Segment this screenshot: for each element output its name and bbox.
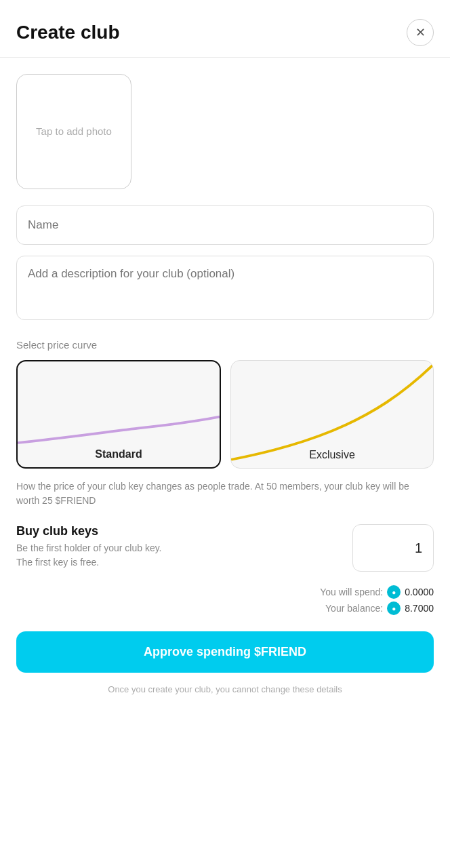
balance-coin-icon: ● <box>387 601 401 615</box>
spend-coin-icon: ● <box>387 585 401 599</box>
photo-upload-label: Tap to add photo <box>36 124 112 140</box>
approve-button[interactable]: Approve spending $FRIEND <box>16 631 434 673</box>
price-curve-info: How the price of your club key changes a… <box>16 479 434 508</box>
spend-info: You will spend: ● 0.0000 Your balance: ●… <box>16 585 434 615</box>
price-curve-options: Standard Exclusive <box>16 360 434 469</box>
page-title: Create club <box>16 22 120 43</box>
name-input[interactable] <box>16 205 434 245</box>
disclaimer-text: Once you create your club, you cannot ch… <box>16 684 434 717</box>
buy-keys-title: Buy club keys <box>16 524 162 538</box>
spend-amount: 0.0000 <box>405 587 434 597</box>
balance-row: Your balance: ● 8.7000 <box>325 601 434 615</box>
price-curve-standard[interactable]: Standard <box>16 360 221 469</box>
quantity-box[interactable]: 1 <box>352 524 434 572</box>
price-curve-exclusive[interactable]: Exclusive <box>230 360 434 469</box>
main-content: Tap to add photo Select price curve Stan… <box>0 58 450 717</box>
close-button[interactable]: ✕ <box>407 19 434 46</box>
spend-label: You will spend: <box>320 587 383 597</box>
header: Create club ✕ <box>0 0 450 58</box>
buy-keys-text: Buy club keys Be the first holder of you… <box>16 524 162 570</box>
buy-keys-subtitle-1: Be the first holder of your club key. <box>16 541 162 555</box>
description-input[interactable] <box>16 256 434 320</box>
standard-label: Standard <box>18 448 220 460</box>
quantity-value: 1 <box>415 540 422 556</box>
photo-upload-area[interactable]: Tap to add photo <box>16 74 131 189</box>
price-curve-section-label: Select price curve <box>16 339 434 351</box>
exclusive-label: Exclusive <box>231 449 433 461</box>
buy-keys-section: Buy club keys Be the first holder of you… <box>16 524 434 572</box>
buy-keys-subtitle-2: The first key is free. <box>16 555 162 570</box>
balance-label: Your balance: <box>325 603 383 614</box>
balance-amount: 8.7000 <box>405 603 434 614</box>
approve-button-label: Approve spending $FRIEND <box>144 645 306 658</box>
close-icon: ✕ <box>415 25 426 40</box>
spend-row: You will spend: ● 0.0000 <box>320 585 434 599</box>
